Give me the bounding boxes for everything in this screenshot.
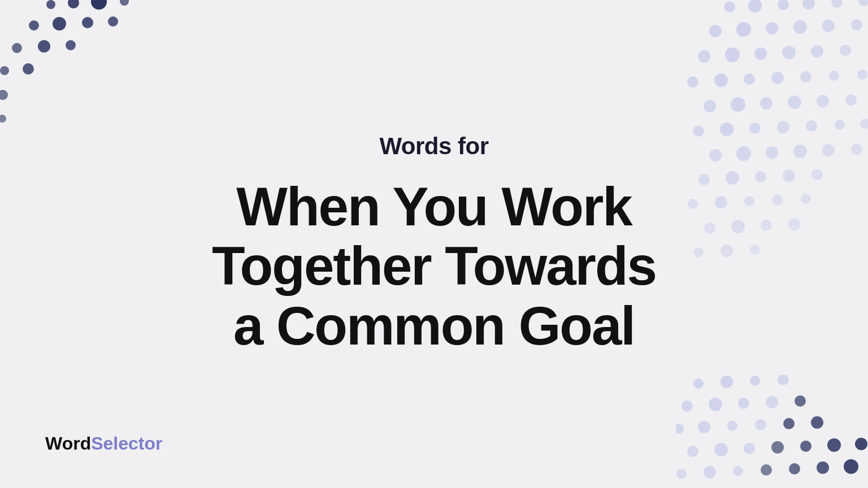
- svg-point-22: [736, 22, 751, 37]
- svg-point-67: [772, 194, 783, 206]
- logo: WordSelector: [45, 433, 162, 454]
- svg-point-19: [831, 0, 843, 8]
- svg-point-97: [855, 438, 867, 450]
- svg-point-28: [725, 47, 740, 62]
- svg-point-56: [793, 145, 807, 158]
- page-container: Words for When You Work Together Towards…: [0, 0, 868, 488]
- svg-point-45: [845, 94, 857, 106]
- svg-point-39: [857, 69, 867, 80]
- svg-point-50: [806, 120, 817, 132]
- svg-point-47: [720, 123, 734, 136]
- svg-point-95: [800, 441, 811, 452]
- svg-point-71: [761, 220, 772, 231]
- svg-point-18: [802, 0, 815, 10]
- svg-point-72: [788, 218, 801, 230]
- svg-point-1: [68, 0, 79, 8]
- svg-point-43: [788, 95, 801, 109]
- svg-point-4: [29, 20, 39, 30]
- svg-point-92: [714, 443, 728, 456]
- svg-point-77: [721, 376, 733, 388]
- svg-point-76: [693, 378, 704, 389]
- svg-point-25: [822, 20, 835, 32]
- svg-point-37: [800, 71, 811, 82]
- svg-point-34: [714, 73, 728, 87]
- svg-point-0: [46, 0, 55, 9]
- svg-point-93: [744, 443, 755, 454]
- svg-point-94: [771, 441, 784, 454]
- svg-point-21: [709, 25, 722, 37]
- svg-point-35: [744, 73, 755, 85]
- svg-point-30: [782, 46, 796, 59]
- svg-point-51: [835, 120, 845, 130]
- svg-point-78: [750, 376, 760, 386]
- svg-point-5: [53, 17, 66, 30]
- svg-point-12: [23, 63, 34, 75]
- svg-point-8: [12, 43, 22, 53]
- svg-point-88: [755, 419, 766, 430]
- svg-point-62: [783, 169, 795, 182]
- svg-point-52: [860, 119, 868, 129]
- svg-point-15: [724, 1, 735, 12]
- svg-point-75: [750, 245, 760, 255]
- svg-point-29: [754, 47, 767, 60]
- svg-point-102: [789, 463, 800, 474]
- svg-point-73: [693, 247, 704, 258]
- svg-point-23: [766, 22, 778, 34]
- svg-point-7: [108, 16, 118, 27]
- svg-point-33: [687, 76, 698, 88]
- svg-point-41: [731, 97, 745, 112]
- svg-point-38: [829, 71, 839, 81]
- svg-point-80: [682, 400, 693, 412]
- svg-point-104: [844, 459, 858, 474]
- svg-point-86: [698, 421, 710, 433]
- svg-point-64: [688, 199, 698, 209]
- svg-point-79: [778, 375, 789, 385]
- svg-point-66: [744, 196, 754, 206]
- svg-point-87: [727, 421, 737, 431]
- svg-point-85: [676, 424, 684, 434]
- svg-point-65: [715, 196, 727, 208]
- svg-point-63: [811, 169, 823, 180]
- svg-point-6: [82, 17, 93, 28]
- svg-point-2: [91, 0, 107, 10]
- svg-point-70: [731, 220, 745, 233]
- svg-point-32: [840, 45, 851, 56]
- svg-point-49: [777, 121, 789, 133]
- svg-point-83: [766, 396, 778, 408]
- svg-point-100: [733, 466, 743, 476]
- svg-point-103: [817, 461, 829, 474]
- subtitle-text: Words for: [212, 133, 656, 160]
- svg-point-3: [120, 0, 129, 6]
- svg-point-16: [748, 0, 762, 12]
- svg-point-31: [811, 45, 823, 58]
- svg-point-84: [795, 395, 806, 407]
- svg-point-42: [760, 97, 772, 110]
- svg-point-99: [704, 466, 716, 478]
- svg-point-40: [704, 100, 716, 112]
- dots-top-right-decoration: [687, 0, 868, 260]
- svg-point-89: [783, 418, 795, 429]
- svg-point-10: [66, 40, 76, 50]
- svg-point-20: [858, 0, 868, 6]
- svg-point-48: [749, 123, 761, 134]
- svg-point-98: [676, 469, 687, 479]
- svg-point-24: [793, 20, 807, 34]
- svg-point-68: [801, 194, 811, 204]
- svg-point-91: [687, 446, 698, 457]
- svg-point-96: [827, 438, 841, 452]
- svg-point-74: [721, 245, 733, 257]
- svg-point-69: [704, 223, 715, 234]
- svg-point-54: [736, 146, 751, 161]
- svg-point-27: [698, 50, 710, 63]
- main-title-line1: When You Work: [212, 177, 656, 237]
- svg-point-57: [822, 144, 835, 156]
- svg-point-9: [38, 40, 50, 53]
- svg-point-101: [761, 464, 772, 476]
- svg-point-44: [817, 95, 829, 107]
- svg-point-55: [766, 146, 778, 159]
- svg-point-81: [709, 398, 722, 411]
- main-content: Words for When You Work Together Towards…: [212, 133, 656, 356]
- svg-point-26: [851, 19, 862, 30]
- main-title: When You Work Together Towards a Common …: [212, 177, 656, 356]
- svg-point-46: [693, 125, 704, 137]
